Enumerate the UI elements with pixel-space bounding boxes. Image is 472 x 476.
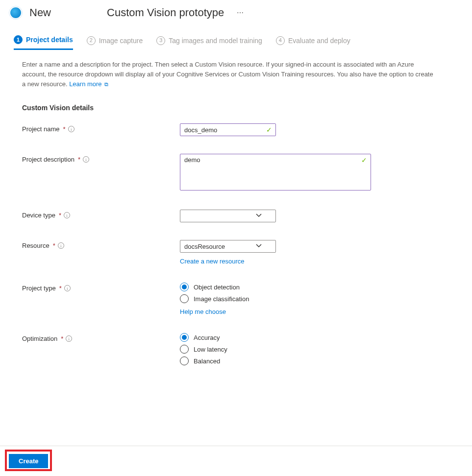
optimization-radio-group: Accuracy Low latency Balanced xyxy=(180,333,450,365)
label-resource: Resource* i xyxy=(22,240,180,249)
footer: Create xyxy=(0,446,472,476)
help-me-choose-link[interactable]: Help me choose xyxy=(180,308,226,315)
create-button[interactable]: Create xyxy=(9,454,48,468)
wizard-steps: 1 Project details 2 Image capture 3 Tag … xyxy=(0,24,472,50)
radio-balanced[interactable]: Balanced xyxy=(180,357,450,365)
step-number-badge: 1 xyxy=(14,35,23,44)
info-icon[interactable]: i xyxy=(64,285,71,291)
label-project-description: Project description* i xyxy=(22,154,180,163)
project-description-input[interactable] xyxy=(180,154,371,190)
checkmark-icon: ✓ xyxy=(361,156,367,164)
radio-object-detection[interactable]: Object detection xyxy=(180,283,450,291)
info-icon[interactable]: i xyxy=(83,156,89,163)
section-heading: Custom Vision details xyxy=(0,91,472,112)
info-icon[interactable]: i xyxy=(68,126,75,132)
step-label: Evaluate and deploy xyxy=(288,37,350,45)
label-project-type: Project type* i xyxy=(22,283,180,292)
label-project-name: Project name* i xyxy=(22,123,180,133)
header: New Custom Vision prototype ⋯ xyxy=(0,0,472,24)
step-image-capture[interactable]: 2 Image capture xyxy=(87,35,143,50)
info-icon[interactable]: i xyxy=(58,242,64,249)
step-label: Tag images and model training xyxy=(169,37,262,45)
create-resource-link[interactable]: Create a new resource xyxy=(180,258,245,265)
app-icon xyxy=(9,6,23,20)
step-number-badge: 3 xyxy=(156,36,165,45)
project-type-radio-group: Object detection Image classification xyxy=(180,283,450,303)
page-title: Custom Vision prototype xyxy=(107,6,224,19)
label-device-type: Device type* i xyxy=(22,210,180,219)
external-link-icon: ⧉ xyxy=(103,81,108,87)
project-name-input[interactable] xyxy=(180,123,276,136)
step-project-details[interactable]: 1 Project details xyxy=(14,35,73,50)
step-evaluate-deploy[interactable]: 4 Evaluate and deploy xyxy=(276,35,350,50)
label-optimization: Optimization* i xyxy=(22,333,180,342)
step-tag-and-train[interactable]: 3 Tag images and model training xyxy=(156,35,262,50)
info-icon[interactable]: i xyxy=(66,335,72,342)
header-new-label: New xyxy=(29,6,51,19)
more-actions-icon[interactable]: ⋯ xyxy=(237,9,244,17)
radio-image-classification[interactable]: Image classification xyxy=(180,294,450,303)
chevron-down-icon xyxy=(256,243,262,250)
radio-low-latency[interactable]: Low latency xyxy=(180,345,450,354)
device-type-select[interactable] xyxy=(180,210,276,222)
form: Project name* i ✓ Project description* i… xyxy=(0,112,472,365)
step-number-badge: 4 xyxy=(276,36,285,45)
chevron-down-icon xyxy=(256,213,262,220)
step-label: Project details xyxy=(26,36,73,44)
step-number-badge: 2 xyxy=(87,36,96,45)
checkmark-icon: ✓ xyxy=(266,126,272,134)
intro-text: Enter a name and a description for the p… xyxy=(0,50,451,91)
resource-select[interactable]: docsResource xyxy=(180,240,276,253)
radio-accuracy[interactable]: Accuracy xyxy=(180,333,450,342)
step-label: Image capture xyxy=(99,37,143,45)
info-icon[interactable]: i xyxy=(64,212,70,218)
learn-more-link[interactable]: Learn more ⧉ xyxy=(69,80,108,88)
